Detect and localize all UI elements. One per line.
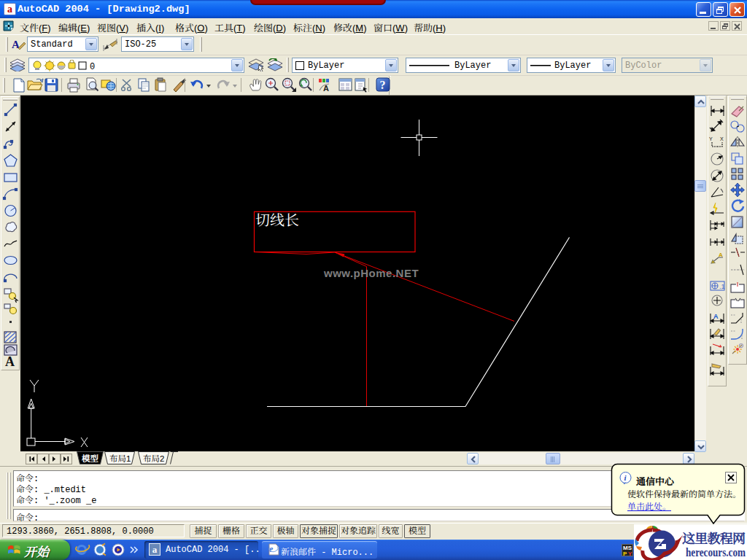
svg-text:?: ? — [380, 79, 386, 91]
svg-text:0: 0 — [90, 62, 95, 71]
svg-text:A: A — [323, 84, 329, 93]
svg-text:布局1: 布局1 — [109, 452, 131, 464]
svg-text:www.pHome.NET: www.pHome.NET — [323, 267, 419, 279]
svg-text:X: X — [720, 136, 724, 141]
svg-text:布局2: 布局2 — [143, 452, 164, 464]
svg-text:A: A — [713, 313, 719, 320]
svg-text:切线长: 切线长 — [255, 209, 299, 230]
svg-text:这里教程网: 这里教程网 — [682, 528, 746, 547]
svg-text:.1: .1 — [719, 283, 725, 290]
svg-text:Y: Y — [709, 136, 713, 141]
svg-text:A: A — [719, 252, 723, 258]
svg-text:e: e — [269, 544, 274, 554]
svg-text:模型: 模型 — [81, 452, 98, 464]
svg-text:A: A — [5, 354, 15, 368]
svg-text:herecours.com: herecours.com — [686, 546, 746, 559]
